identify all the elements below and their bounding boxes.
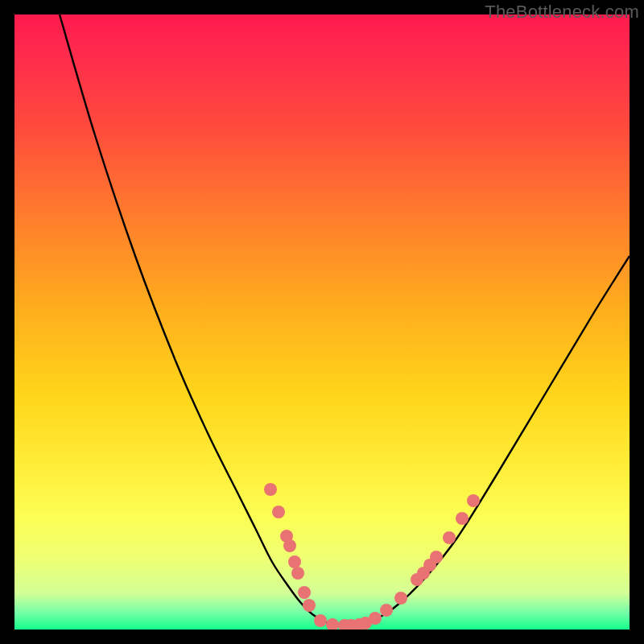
curve-plot [14, 14, 630, 630]
highlight-dot [272, 506, 285, 518]
highlight-dot [303, 599, 316, 612]
watermark-text: TheBottleneck.com [485, 2, 639, 23]
highlight-dot [264, 483, 277, 496]
highlight-dot [467, 494, 480, 507]
highlight-dot [430, 551, 443, 564]
highlight-dot [369, 612, 382, 625]
highlight-dot [314, 614, 327, 627]
highlight-dot [326, 618, 339, 630]
bottleneck-curve [60, 14, 630, 625]
highlight-dot [288, 555, 301, 568]
highlight-dot [456, 512, 469, 525]
highlight-dot [291, 567, 304, 580]
plot-frame [14, 14, 630, 630]
highlight-dot [380, 604, 393, 617]
highlight-dot [298, 586, 311, 599]
highlight-dot [394, 592, 407, 605]
highlight-dots-group [264, 483, 480, 630]
highlight-dot [443, 531, 456, 544]
highlight-dot [283, 539, 296, 552]
